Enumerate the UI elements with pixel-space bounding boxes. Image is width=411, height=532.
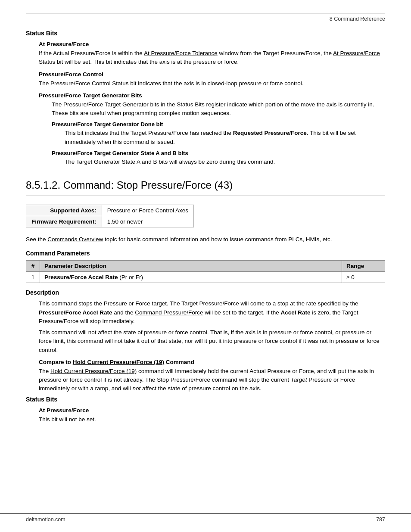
description-section: Description This command stops the Press… [26,289,385,393]
status-bits2-section: Status Bits At Pressure/Force This bit w… [26,396,385,424]
param-range: ≥ 0 [342,272,385,283]
pf-control-body: The Pressure/Force Control Status bit in… [39,79,385,88]
col-header-desc: Parameter Description [40,261,342,272]
col-header-range: Range [342,261,385,272]
pf-control-subheading: Pressure/Force Control [39,71,385,78]
table-row: 1 Pressure/Force Accel Rate (Pr or Fr) ≥… [26,272,385,283]
info-table: Supported Axes: Pressure or Force Contro… [26,205,194,227]
command-parameters-section: Command Parameters # Parameter Descripti… [26,250,385,283]
status-bits2-heading: Status Bits [26,396,385,403]
param-table: # Parameter Description Range 1 Pressure… [26,260,385,283]
status-bits-section: Status Bits At Pressure/Force If the Act… [26,30,385,166]
info-label-2: Firmware Requirement: [26,216,102,227]
param-num: 1 [26,272,40,283]
compare-body: The Hold Current Pressure/Force (19) com… [39,367,385,393]
pf-tg-done-subheading: Pressure/Force Target Generator Done bit [52,121,385,128]
description-heading: Description [26,289,385,296]
header-title: 8 Command Reference [26,16,385,22]
at-pf-subheading: At Pressure/Force [39,41,385,47]
pf-tg-bits-subheading: Pressure/Force Target Generator Bits [39,92,385,99]
table-row: Supported Axes: Pressure or Force Contro… [26,205,194,216]
pf-tg-done-bold: Requested Pressure/Force [233,130,307,136]
info-value-1: Pressure or Force Control Axes [102,205,193,216]
target-pf-link: Target Pressure/Force [181,300,239,307]
col-header-num: # [26,261,40,272]
pf-control-link: Pressure/Force Control [50,80,111,87]
hold-current-pf-link2: Hold Current Pressure/Force (19) [50,368,137,374]
compare-subheading: Compare to Hold Current Pressure/Force (… [39,359,385,365]
at-pf-link1: At Pressure/Force Tolerance [144,50,218,56]
command-pf-link: Command Pressure/Force [135,309,203,316]
description-para2: This command will not affect the state o… [39,328,385,355]
table-row: # Parameter Description Range [26,261,385,272]
command-parameters-heading: Command Parameters [26,250,385,257]
status-bits-heading: Status Bits [26,30,385,37]
pf-tg-done-body: This bit indicates that the Target Press… [65,129,385,146]
info-value-2: 1.50 or newer [102,216,193,227]
info-label-1: Supported Axes: [26,205,102,216]
commands-overview-link: Commands Overview [47,236,103,243]
header-rule [26,13,385,13]
footer: deltamotion.com 787 [0,513,411,523]
footer-right: 787 [376,516,385,523]
footer-left: deltamotion.com [26,516,65,523]
param-desc: Pressure/Force Accel Rate (Pr or Fr) [40,272,342,283]
chapter-heading: 8.5.1.2. Command: Stop Pressure/Force (4… [26,179,385,196]
hold-current-pf-link: Hold Current Pressure/Force (19) [73,359,164,365]
at-pf2-body: This bit will not be set. [39,415,385,424]
pf-tg-bits-link: Status Bits [177,101,205,108]
intro-text: See the Commands Overview topic for basi… [26,235,385,244]
at-pf-link2: At Pressure/Force [333,50,380,56]
pf-tg-state-subheading: Pressure/Force Target Generator State A … [52,150,385,156]
pf-tg-state-body: The Target Generator State A and B bits … [65,158,385,166]
description-para1: This command stops the Pressure or Force… [39,299,385,326]
at-pf-body: If the Actual Pressure/Force is within t… [39,49,385,67]
table-row: Firmware Requirement: 1.50 or newer [26,216,194,227]
at-pf2-subheading: At Pressure/Force [39,407,385,414]
pf-tg-bits-body: The Pressure/Force Target Generator bits… [52,100,385,118]
